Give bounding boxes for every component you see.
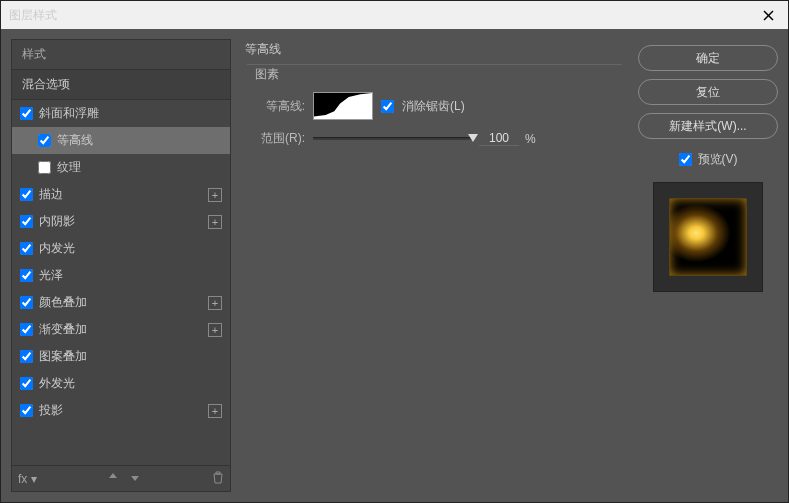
style-item-4[interactable]: 内阴影+ [12,208,230,235]
actions-panel: 确定 复位 新建样式(W)... 预览(V) [638,39,778,492]
style-checkbox[interactable] [20,215,33,228]
title-bar: 图层样式 [1,1,788,29]
style-item-6[interactable]: 光泽 [12,262,230,289]
style-checkbox[interactable] [20,323,33,336]
style-checkbox[interactable] [20,296,33,309]
preview-label[interactable]: 预览(V) [698,151,738,168]
style-item-label: 图案叠加 [39,348,87,365]
range-value-input[interactable] [479,131,519,146]
add-effect-icon[interactable]: + [208,323,222,337]
style-item-1[interactable]: 等高线 [12,127,230,154]
sidebar-header: 样式 [12,40,230,69]
style-item-label: 内发光 [39,240,75,257]
style-item-label: 渐变叠加 [39,321,87,338]
style-item-11[interactable]: 投影+ [12,397,230,424]
move-down-icon[interactable] [129,471,141,486]
style-item-5[interactable]: 内发光 [12,235,230,262]
style-checkbox[interactable] [38,161,51,174]
add-effect-icon[interactable]: + [208,215,222,229]
style-item-label: 内阴影 [39,213,75,230]
style-checkbox[interactable] [20,107,33,120]
style-item-10[interactable]: 外发光 [12,370,230,397]
contour-label: 等高线: [255,98,305,115]
add-effect-icon[interactable]: + [208,404,222,418]
style-checkbox[interactable] [38,134,51,147]
style-item-2[interactable]: 纹理 [12,154,230,181]
style-item-9[interactable]: 图案叠加 [12,343,230,370]
antialias-checkbox[interactable] [381,100,394,113]
reset-button[interactable]: 复位 [638,79,778,105]
style-item-label: 纹理 [57,159,81,176]
style-checkbox[interactable] [20,242,33,255]
style-item-7[interactable]: 颜色叠加+ [12,289,230,316]
range-unit: % [525,132,536,146]
style-item-0[interactable]: 斜面和浮雕 [12,100,230,127]
blend-options-item[interactable]: 混合选项 [12,69,230,100]
move-up-icon[interactable] [107,471,119,486]
style-item-3[interactable]: 描边+ [12,181,230,208]
group-label: 图素 [251,67,283,81]
style-item-label: 外发光 [39,375,75,392]
style-item-label: 颜色叠加 [39,294,87,311]
trash-icon[interactable] [212,471,224,487]
styles-sidebar: 样式 混合选项 斜面和浮雕等高线纹理描边+内阴影+内发光光泽颜色叠加+渐变叠加+… [11,39,231,492]
range-slider[interactable] [313,137,473,140]
fx-menu-icon[interactable]: fx ▾ [18,472,37,486]
style-item-label: 斜面和浮雕 [39,105,99,122]
style-list: 斜面和浮雕等高线纹理描边+内阴影+内发光光泽颜色叠加+渐变叠加+图案叠加外发光投… [12,100,230,465]
sidebar-footer: fx ▾ [12,465,230,491]
style-checkbox[interactable] [20,350,33,363]
range-label: 范围(R): [255,130,305,147]
window-title: 图层样式 [9,7,57,24]
style-checkbox[interactable] [20,188,33,201]
add-effect-icon[interactable]: + [208,188,222,202]
style-item-8[interactable]: 渐变叠加+ [12,316,230,343]
add-effect-icon[interactable]: + [208,296,222,310]
contour-picker[interactable] [313,92,373,120]
style-checkbox[interactable] [20,269,33,282]
style-item-label: 投影 [39,402,63,419]
content-title: 等高线 [235,39,628,60]
slider-handle-icon[interactable] [468,134,478,142]
style-item-label: 等高线 [57,132,93,149]
close-icon [763,10,774,21]
antialias-label[interactable]: 消除锯齿(L) [402,98,465,115]
close-button[interactable] [748,1,788,29]
contour-curve-icon [314,93,372,119]
style-checkbox[interactable] [20,377,33,390]
style-checkbox[interactable] [20,404,33,417]
content-panel: 等高线 图素 等高线: 消除锯齿(L) 范围(R): % [241,39,628,492]
new-style-button[interactable]: 新建样式(W)... [638,113,778,139]
preview-thumbnail [669,198,747,276]
preview-box [653,182,763,292]
ok-button[interactable]: 确定 [638,45,778,71]
preview-checkbox[interactable] [679,153,692,166]
style-item-label: 光泽 [39,267,63,284]
style-item-label: 描边 [39,186,63,203]
elements-group: 图素 等高线: 消除锯齿(L) 范围(R): % [247,64,622,167]
